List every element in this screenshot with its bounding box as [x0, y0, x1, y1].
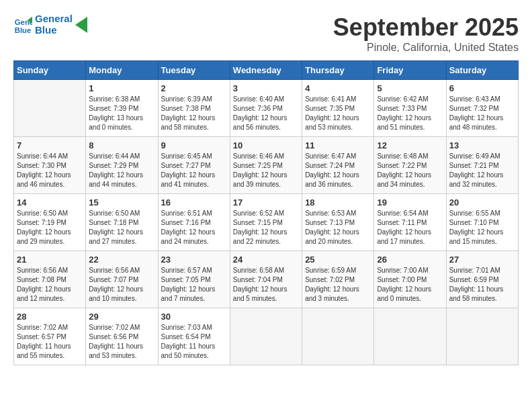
calendar-cell: 11 Sunrise: 6:47 AMSunset: 7:24 PMDaylig…: [302, 137, 374, 194]
calendar-cell: 1 Sunrise: 6:38 AMSunset: 7:39 PMDayligh…: [86, 80, 158, 137]
calendar-cell: 5 Sunrise: 6:42 AMSunset: 7:33 PMDayligh…: [374, 80, 446, 137]
cell-info: Sunrise: 6:50 AMSunset: 7:18 PMDaylight:…: [89, 209, 154, 246]
day-number: 4: [305, 83, 371, 93]
calendar-cell: [446, 308, 518, 365]
logo-icon: General Blue: [13, 15, 32, 34]
day-number: 6: [449, 83, 515, 93]
cell-info: Sunrise: 7:02 AMSunset: 6:57 PMDaylight:…: [17, 323, 83, 361]
cell-info: Sunrise: 6:57 AMSunset: 7:05 PMDaylight:…: [161, 266, 227, 304]
calendar-table: SundayMondayTuesdayWednesdayThursdayFrid…: [13, 60, 519, 365]
day-number: 1: [89, 83, 154, 93]
calendar-cell: 30 Sunrise: 7:03 AMSunset: 6:54 PMDaylig…: [158, 308, 230, 365]
day-number: 29: [89, 312, 154, 322]
day-number: 20: [449, 197, 515, 208]
cell-info: Sunrise: 6:51 AMSunset: 7:16 PMDaylight:…: [161, 209, 227, 246]
cell-info: Sunrise: 6:53 AMSunset: 7:13 PMDaylight:…: [305, 209, 371, 246]
cell-info: Sunrise: 7:02 AMSunset: 6:56 PMDaylight:…: [89, 323, 154, 361]
day-number: 25: [305, 255, 371, 265]
cell-info: Sunrise: 6:52 AMSunset: 7:15 PMDaylight:…: [233, 209, 299, 246]
cell-info: Sunrise: 6:43 AMSunset: 7:32 PMDaylight:…: [449, 95, 515, 132]
logo-bird-icon: [75, 15, 87, 34]
day-number: 15: [89, 197, 154, 208]
day-number: 22: [89, 255, 154, 265]
cell-info: Sunrise: 6:49 AMSunset: 7:21 PMDaylight:…: [449, 152, 515, 189]
cell-info: Sunrise: 6:40 AMSunset: 7:36 PMDaylight:…: [233, 95, 299, 132]
calendar-cell: 14 Sunrise: 6:50 AMSunset: 7:19 PMDaylig…: [14, 194, 86, 251]
day-number: 21: [17, 255, 83, 265]
day-number: 17: [233, 197, 299, 208]
calendar-cell: 23 Sunrise: 6:57 AMSunset: 7:05 PMDaylig…: [158, 251, 230, 308]
calendar-cell: 15 Sunrise: 6:50 AMSunset: 7:18 PMDaylig…: [86, 194, 158, 251]
cell-info: Sunrise: 6:41 AMSunset: 7:35 PMDaylight:…: [305, 95, 371, 132]
calendar-cell: 10 Sunrise: 6:46 AMSunset: 7:25 PMDaylig…: [230, 137, 302, 194]
calendar-cell: 2 Sunrise: 6:39 AMSunset: 7:38 PMDayligh…: [158, 80, 230, 137]
calendar-cell: [302, 308, 374, 365]
svg-text:Blue: Blue: [15, 26, 32, 34]
day-number: 10: [233, 140, 299, 150]
cell-info: Sunrise: 6:58 AMSunset: 7:04 PMDaylight:…: [233, 266, 299, 304]
calendar-cell: 8 Sunrise: 6:44 AMSunset: 7:29 PMDayligh…: [86, 137, 158, 194]
cell-info: Sunrise: 7:01 AMSunset: 6:59 PMDaylight:…: [449, 266, 515, 304]
calendar-cell: 7 Sunrise: 6:44 AMSunset: 7:30 PMDayligh…: [14, 137, 86, 194]
calendar-cell: 17 Sunrise: 6:52 AMSunset: 7:15 PMDaylig…: [230, 194, 302, 251]
day-number: 3: [233, 83, 299, 93]
svg-marker-3: [75, 17, 87, 33]
calendar-week-row: 1 Sunrise: 6:38 AMSunset: 7:39 PMDayligh…: [14, 80, 519, 137]
day-number: 11: [305, 140, 371, 150]
day-number: 28: [17, 312, 83, 322]
cell-info: Sunrise: 6:39 AMSunset: 7:38 PMDaylight:…: [161, 95, 227, 132]
calendar-cell: 22 Sunrise: 6:56 AMSunset: 7:07 PMDaylig…: [86, 251, 158, 308]
cell-info: Sunrise: 6:50 AMSunset: 7:19 PMDaylight:…: [17, 209, 83, 246]
calendar-week-row: 28 Sunrise: 7:02 AMSunset: 6:57 PMDaylig…: [14, 308, 519, 365]
day-number: 24: [233, 255, 299, 265]
day-number: 7: [17, 140, 83, 150]
calendar-week-row: 21 Sunrise: 6:56 AMSunset: 7:08 PMDaylig…: [14, 251, 519, 308]
title-area: September 2025 Pinole, California, Unite…: [333, 13, 519, 54]
weekday-header: Monday: [86, 61, 158, 80]
day-number: 12: [377, 140, 443, 150]
day-number: 23: [161, 255, 227, 265]
weekday-header: Saturday: [446, 61, 518, 80]
calendar-cell: 29 Sunrise: 7:02 AMSunset: 6:56 PMDaylig…: [86, 308, 158, 365]
calendar-cell: [230, 308, 302, 365]
weekday-header: Thursday: [302, 61, 374, 80]
weekday-header: Tuesday: [158, 61, 230, 80]
day-number: 19: [377, 197, 443, 208]
day-number: 30: [161, 312, 227, 322]
calendar-cell: 20 Sunrise: 6:55 AMSunset: 7:10 PMDaylig…: [446, 194, 518, 251]
location-subtitle: Pinole, California, United States: [333, 42, 519, 54]
calendar-cell: 28 Sunrise: 7:02 AMSunset: 6:57 PMDaylig…: [14, 308, 86, 365]
calendar-cell: 26 Sunrise: 7:00 AMSunset: 7:00 PMDaylig…: [374, 251, 446, 308]
logo: General Blue General Blue: [13, 13, 87, 36]
calendar-week-row: 7 Sunrise: 6:44 AMSunset: 7:30 PMDayligh…: [14, 137, 519, 194]
calendar-cell: 25 Sunrise: 6:59 AMSunset: 7:02 PMDaylig…: [302, 251, 374, 308]
cell-info: Sunrise: 6:42 AMSunset: 7:33 PMDaylight:…: [377, 95, 443, 132]
cell-info: Sunrise: 6:54 AMSunset: 7:11 PMDaylight:…: [377, 209, 443, 246]
cell-info: Sunrise: 6:45 AMSunset: 7:27 PMDaylight:…: [161, 152, 227, 189]
day-number: 13: [449, 140, 515, 150]
calendar-cell: 13 Sunrise: 6:49 AMSunset: 7:21 PMDaylig…: [446, 137, 518, 194]
cell-info: Sunrise: 6:46 AMSunset: 7:25 PMDaylight:…: [233, 152, 299, 189]
calendar-cell: 3 Sunrise: 6:40 AMSunset: 7:36 PMDayligh…: [230, 80, 302, 137]
day-number: 2: [161, 83, 227, 93]
cell-info: Sunrise: 7:03 AMSunset: 6:54 PMDaylight:…: [161, 323, 227, 361]
cell-info: Sunrise: 6:55 AMSunset: 7:10 PMDaylight:…: [449, 209, 515, 246]
cell-info: Sunrise: 6:48 AMSunset: 7:22 PMDaylight:…: [377, 152, 443, 189]
day-number: 8: [89, 140, 154, 150]
calendar-cell: 6 Sunrise: 6:43 AMSunset: 7:32 PMDayligh…: [446, 80, 518, 137]
logo-subtext: Blue: [35, 25, 73, 36]
cell-info: Sunrise: 6:47 AMSunset: 7:24 PMDaylight:…: [305, 152, 371, 189]
calendar-cell: [14, 80, 86, 137]
calendar-cell: 19 Sunrise: 6:54 AMSunset: 7:11 PMDaylig…: [374, 194, 446, 251]
day-number: 5: [377, 83, 443, 93]
calendar-cell: 27 Sunrise: 7:01 AMSunset: 6:59 PMDaylig…: [446, 251, 518, 308]
calendar-cell: 16 Sunrise: 6:51 AMSunset: 7:16 PMDaylig…: [158, 194, 230, 251]
day-number: 16: [161, 197, 227, 208]
cell-info: Sunrise: 6:44 AMSunset: 7:30 PMDaylight:…: [17, 152, 83, 189]
calendar-cell: [374, 308, 446, 365]
cell-info: Sunrise: 7:00 AMSunset: 7:00 PMDaylight:…: [377, 266, 443, 304]
calendar-cell: 21 Sunrise: 6:56 AMSunset: 7:08 PMDaylig…: [14, 251, 86, 308]
cell-info: Sunrise: 6:56 AMSunset: 7:08 PMDaylight:…: [17, 266, 83, 304]
cell-info: Sunrise: 6:56 AMSunset: 7:07 PMDaylight:…: [89, 266, 154, 304]
page-header: General Blue General Blue September 2025…: [13, 13, 519, 54]
